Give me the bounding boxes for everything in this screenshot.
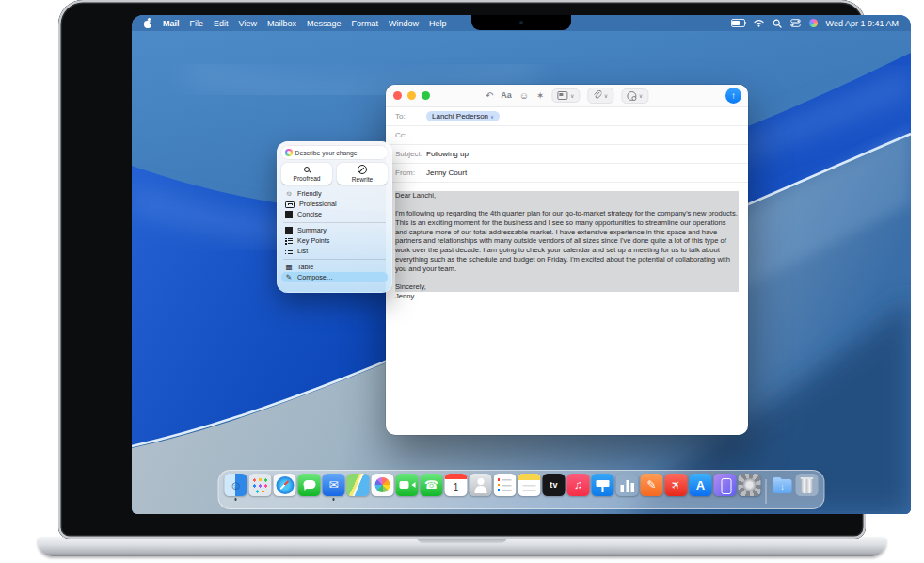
send-button[interactable]: ↑: [725, 88, 741, 104]
dock-music-icon[interactable]: ♫: [567, 474, 590, 501]
photo-browser-icon: [557, 91, 567, 100]
key-points-icon: [285, 237, 293, 245]
photo-browser-button[interactable]: ∨: [551, 88, 580, 103]
window-titlebar[interactable]: ↶ Aa ☺ ✶ ∨ ∨ ∨ ↑: [386, 85, 748, 107]
zoom-button[interactable]: [422, 91, 430, 100]
dock-reminders-icon[interactable]: [494, 474, 517, 501]
mail-compose-window: ↶ Aa ☺ ✶ ∨ ∨ ∨ ↑ To:: [386, 85, 748, 435]
writing-tools-item-table[interactable]: ▦Table: [281, 262, 388, 272]
attach-file-button[interactable]: ∨: [587, 88, 613, 104]
concise-icon: [285, 211, 293, 218]
menu-item-label: Table: [297, 263, 313, 271]
battery-icon[interactable]: [731, 19, 745, 27]
menu-item-label: Professional: [299, 200, 337, 208]
dock-maps-icon[interactable]: [347, 474, 370, 501]
writing-tools-item-compose[interactable]: ✎Compose…: [281, 272, 388, 282]
minimize-button[interactable]: [407, 91, 416, 100]
dock-messages-icon[interactable]: [298, 474, 321, 501]
menu-divider: [283, 259, 386, 260]
rewrite-label: Rewrite: [352, 176, 373, 183]
close-button[interactable]: [393, 91, 402, 100]
chevron-down-icon: ∨: [604, 93, 608, 99]
dock-calendar-icon[interactable]: 1: [445, 474, 468, 501]
describe-change-input[interactable]: Describe your change: [281, 146, 388, 159]
dock-launchpad-icon[interactable]: [249, 474, 272, 501]
dock-notes-icon[interactable]: [518, 474, 541, 501]
message-body[interactable]: Dear Lanchi, I'm following up regarding …: [386, 183, 748, 435]
menu-edit[interactable]: Edit: [214, 19, 229, 28]
from-field[interactable]: From: Jenny Court: [386, 164, 748, 183]
dock-finder-icon[interactable]: ☺: [225, 474, 247, 501]
chevron-down-icon: ∨: [639, 93, 643, 99]
dock-facetime-icon[interactable]: [396, 474, 419, 501]
menu-mailbox[interactable]: Mailbox: [267, 19, 296, 28]
menubar-app-menus: MailFileEditViewMailboxMessageFormatWind…: [163, 19, 447, 28]
dock-numbers-icon[interactable]: [616, 474, 639, 501]
menu-file[interactable]: File: [190, 19, 204, 28]
emoji-icon[interactable]: ☺: [519, 91, 529, 101]
dock-system-settings-icon[interactable]: [739, 474, 761, 501]
menu-view[interactable]: View: [239, 19, 257, 28]
wifi-icon[interactable]: [754, 19, 764, 27]
menu-item-label: Compose…: [297, 273, 333, 282]
friendly-icon: ☺: [285, 190, 293, 198]
writing-tools-item-friendly[interactable]: ☺Friendly: [281, 188, 388, 199]
menu-item-label: Friendly: [297, 189, 322, 198]
display-notch: [471, 15, 571, 30]
menu-mail[interactable]: Mail: [163, 19, 180, 28]
dock-app-store-icon[interactable]: A: [690, 474, 712, 501]
writing-tools-item-professional[interactable]: Professional: [281, 199, 388, 209]
dock-tv-icon[interactable]: tv: [543, 474, 566, 501]
from-value: Jenny Court: [426, 169, 467, 177]
writing-tools-item-summary[interactable]: Summary: [281, 225, 388, 235]
menu-format[interactable]: Format: [351, 19, 378, 28]
menu-divider: [283, 222, 386, 223]
dock-photos-icon[interactable]: [372, 474, 394, 501]
apple-intelligence-icon: [285, 149, 293, 156]
dock-keynote-icon[interactable]: [592, 474, 614, 501]
chevron-down-icon: ∨: [490, 114, 494, 120]
cc-field[interactable]: Cc:: [386, 126, 748, 145]
to-label: To:: [395, 112, 426, 121]
dock-rocket-icon[interactable]: ✈: [665, 474, 688, 501]
describe-change-placeholder: Describe your change: [295, 150, 358, 156]
proofread-label: Proofread: [294, 175, 321, 182]
control-center-icon[interactable]: [790, 19, 801, 27]
apple-intelligence-icon[interactable]: ✶: [536, 91, 544, 101]
subject-field[interactable]: Subject: Following up: [386, 145, 748, 164]
dock-iphone-mirroring-icon[interactable]: [714, 474, 737, 501]
menu-item-label: Key Points: [297, 236, 329, 245]
dock-contacts-icon[interactable]: [470, 474, 492, 501]
writing-tools-popup: Describe your change ProofreadRewrite ☺F…: [277, 141, 392, 293]
paperclip-icon: [593, 90, 601, 101]
dock-phone-icon[interactable]: ☎: [421, 474, 443, 501]
menubar-clock[interactable]: Wed Apr 1 9:41 AM: [826, 19, 899, 28]
body-signoff: Sincerely,: [395, 282, 739, 292]
recipient-token[interactable]: Lanchi Pederson ∨: [426, 111, 500, 121]
cc-label: Cc:: [395, 131, 426, 139]
menu-item-label: Concise: [297, 210, 322, 218]
search-icon[interactable]: [773, 19, 782, 28]
to-field[interactable]: To: Lanchi Pederson ∨: [386, 107, 748, 126]
more-options-icon: [627, 91, 636, 101]
dock-mail-icon[interactable]: ✉: [323, 474, 345, 501]
proofread-button[interactable]: Proofread: [281, 163, 332, 185]
chevron-down-icon: ∨: [570, 93, 574, 99]
dock-safari-icon[interactable]: [274, 474, 296, 501]
apple-menu-icon[interactable]: [144, 19, 151, 28]
format-text-icon[interactable]: Aa: [501, 91, 512, 100]
dock-trash-icon[interactable]: [796, 474, 819, 501]
undo-icon[interactable]: ↶: [486, 91, 493, 101]
writing-tools-item-list[interactable]: List: [281, 246, 388, 256]
menu-message[interactable]: Message: [307, 19, 342, 28]
rewrite-button[interactable]: Rewrite: [337, 163, 388, 185]
menu-window[interactable]: Window: [389, 19, 419, 28]
writing-tools-item-concise[interactable]: Concise: [281, 209, 388, 219]
writing-tools-item-key-points[interactable]: Key Points: [281, 235, 388, 246]
dock-divider: [766, 479, 767, 504]
dock-pages-icon[interactable]: ✎: [641, 474, 663, 501]
menu-help[interactable]: Help: [429, 19, 447, 28]
dock-downloads-icon[interactable]: ↓: [772, 474, 794, 501]
more-options-button[interactable]: ∨: [621, 88, 648, 104]
siri-icon[interactable]: [809, 19, 818, 27]
